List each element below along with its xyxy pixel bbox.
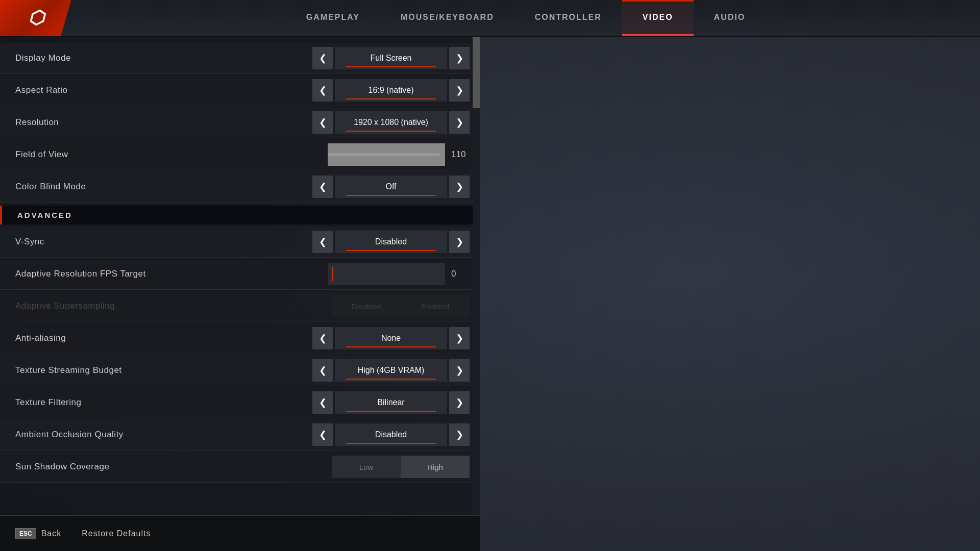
scrollbar-track[interactable] <box>473 37 480 515</box>
right-panel <box>480 37 980 551</box>
setting-row-adaptive-fps: Adaptive Resolution FPS Target 0 <box>0 259 480 290</box>
anti-aliasing-value-box: None <box>335 327 447 349</box>
anti-aliasing-value: None <box>381 334 401 343</box>
adaptive-supersampling-toggle: Disabled Enabled <box>332 295 470 317</box>
fov-value: 110 <box>451 149 470 160</box>
back-button[interactable]: ESC Back <box>15 528 61 539</box>
colorblind-underline <box>346 195 436 196</box>
anti-aliasing-underline <box>346 346 436 347</box>
header: ⬡ GAMEPLAY MOUSE/KEYBOARD CONTROLLER VID… <box>0 0 980 37</box>
texture-filtering-next[interactable]: ❯ <box>449 391 470 414</box>
adaptive-fps-handle <box>332 267 333 281</box>
adaptive-supersampling-label: Adaptive Supersampling <box>15 301 332 311</box>
setting-row-resolution: Resolution ❮ 980 x 551 (native) ❯ <box>0 107 480 138</box>
texture-streaming-value: High (4GB VRAM) <box>358 366 425 375</box>
fov-slider-fill <box>328 153 439 156</box>
vsync-underline <box>346 250 436 251</box>
colorblind-next[interactable]: ❯ <box>449 176 470 198</box>
adaptive-supersampling-control: Disabled Enabled <box>332 295 470 317</box>
back-label: Back <box>41 529 62 538</box>
aspect-ratio-underline <box>346 98 436 99</box>
setting-row-fov: Field of View 110 <box>0 139 480 170</box>
display-mode-control: ❮ Full Screen ❯ <box>312 47 470 69</box>
restore-defaults-button[interactable]: Restore Defaults <box>82 529 151 538</box>
display-mode-underline <box>346 66 436 67</box>
resolution-value-box: 980 x 551 (native) <box>335 111 447 134</box>
display-mode-prev[interactable]: ❮ <box>312 47 333 69</box>
setting-row-sun-shadow: Sun Shadow Coverage Low High <box>0 452 480 483</box>
setting-row-colorblind: Color Blind Mode ❮ Off ❯ <box>0 171 480 203</box>
aspect-ratio-value: 16:9 (native) <box>369 86 414 95</box>
colorblind-prev[interactable]: ❮ <box>312 176 333 198</box>
fov-slider-container: 110 <box>328 143 470 166</box>
vsync-next[interactable]: ❯ <box>449 231 470 253</box>
display-mode-value-box: Full Screen <box>335 47 447 69</box>
main-content: Display Mode ❮ Full Screen ❯ Aspect Rati… <box>0 37 980 551</box>
sun-shadow-high[interactable]: High <box>401 456 470 478</box>
ambient-occlusion-underline <box>346 443 436 444</box>
settings-panel: Display Mode ❮ Full Screen ❯ Aspect Rati… <box>0 37 480 551</box>
adaptive-supersampling-enabled: Enabled <box>401 295 470 317</box>
resolution-next[interactable]: ❯ <box>449 111 470 134</box>
texture-filtering-underline <box>346 411 436 412</box>
vsync-prev[interactable]: ❮ <box>312 231 333 253</box>
advanced-section-header: ADVANCED <box>0 206 480 224</box>
resolution-control: ❮ 980 x 551 (native) ❯ <box>312 111 470 134</box>
logo-area: ⬡ <box>0 0 71 36</box>
texture-filtering-control: ❮ Bilinear ❯ <box>312 391 470 414</box>
aspect-ratio-control: ❮ 16:9 (native) ❯ <box>312 79 470 102</box>
setting-row-anti-aliasing: Anti-aliasing ❮ None ❯ <box>0 323 480 354</box>
texture-streaming-next[interactable]: ❯ <box>449 359 470 382</box>
adaptive-fps-value: 0 <box>451 269 470 279</box>
adaptive-supersampling-disabled: Disabled <box>332 295 401 317</box>
anti-aliasing-next[interactable]: ❯ <box>449 327 470 349</box>
tab-video[interactable]: VIDEO <box>622 0 694 36</box>
tab-mouse-keyboard[interactable]: MOUSE/KEYBOARD <box>380 0 514 36</box>
ambient-occlusion-prev[interactable]: ❮ <box>312 423 333 446</box>
texture-streaming-underline <box>346 379 436 380</box>
adaptive-fps-slider-container: 0 <box>328 263 470 285</box>
setting-row-texture-filtering: Texture Filtering ❮ Bilinear ❯ <box>0 387 480 418</box>
adaptive-fps-slider[interactable] <box>328 263 445 285</box>
ambient-occlusion-next[interactable]: ❯ <box>449 423 470 446</box>
colorblind-value: Off <box>385 182 396 191</box>
vsync-value-box: Disabled <box>335 231 447 253</box>
tab-gameplay[interactable]: GAMEPLAY <box>286 0 380 36</box>
display-mode-label: Display Mode <box>15 53 312 63</box>
ambient-occlusion-control: ❮ Disabled ❯ <box>312 423 470 446</box>
nav-tabs: GAMEPLAY MOUSE/KEYBOARD CONTROLLER VIDEO… <box>71 0 980 36</box>
ambient-occlusion-label: Ambient Occlusion Quality <box>15 430 312 440</box>
colorblind-label: Color Blind Mode <box>15 182 312 192</box>
tab-audio[interactable]: AUDIO <box>694 0 766 36</box>
setting-row-ambient-occlusion: Ambient Occlusion Quality ❮ Disabled ❯ <box>0 419 480 450</box>
display-mode-next[interactable]: ❯ <box>449 47 470 69</box>
restore-defaults-label: Restore Defaults <box>82 529 151 538</box>
texture-streaming-value-box: High (4GB VRAM) <box>335 359 447 382</box>
texture-filtering-value: Bilinear <box>377 398 404 407</box>
ambient-occlusion-value-box: Disabled <box>335 423 447 446</box>
vsync-label: V-Sync <box>15 237 312 247</box>
footer: ESC Back Restore Defaults <box>0 515 480 551</box>
setting-row-display-mode: Display Mode ❮ Full Screen ❯ <box>0 43 480 74</box>
texture-streaming-control: ❮ High (4GB VRAM) ❯ <box>312 359 470 382</box>
apex-logo: ⬡ <box>28 7 44 29</box>
fov-label: Field of View <box>15 149 328 160</box>
settings-scroll[interactable]: Display Mode ❮ Full Screen ❯ Aspect Rati… <box>0 37 480 515</box>
aspect-ratio-next[interactable]: ❯ <box>449 79 470 102</box>
scrollbar-thumb <box>473 37 480 108</box>
sun-shadow-toggle: Low High <box>332 456 470 478</box>
anti-aliasing-prev[interactable]: ❮ <box>312 327 333 349</box>
texture-filtering-prev[interactable]: ❮ <box>312 391 333 414</box>
aspect-ratio-prev[interactable]: ❮ <box>312 79 333 102</box>
texture-filtering-value-box: Bilinear <box>335 391 447 414</box>
ambient-occlusion-value: Disabled <box>375 430 407 439</box>
resolution-prev[interactable]: ❮ <box>312 111 333 134</box>
texture-streaming-prev[interactable]: ❮ <box>312 359 333 382</box>
resolution-value: 980 x 551 (native) <box>354 118 428 127</box>
anti-aliasing-label: Anti-aliasing <box>15 333 312 343</box>
tab-controller[interactable]: CONTROLLER <box>514 0 622 36</box>
sun-shadow-low[interactable]: Low <box>332 456 401 478</box>
anti-aliasing-control: ❮ None ❯ <box>312 327 470 349</box>
fov-slider-track[interactable] <box>328 143 445 166</box>
setting-row-vsync: V-Sync ❮ Disabled ❯ <box>0 227 480 258</box>
